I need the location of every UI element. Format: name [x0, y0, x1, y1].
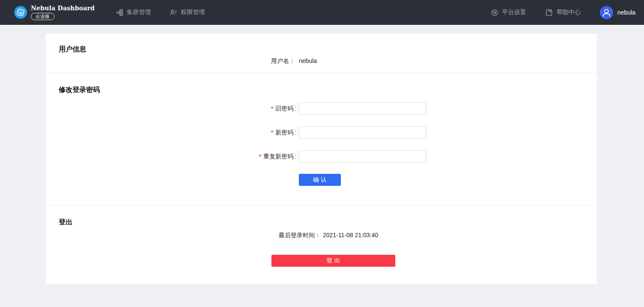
old-password-input[interactable]	[299, 102, 426, 115]
card-bottom-padding	[46, 267, 597, 284]
nav-item-label: 集群管理	[127, 9, 151, 16]
old-password-row: *旧密码 :	[46, 102, 597, 115]
header-link-label: 帮助中心	[557, 9, 581, 16]
edition-badge: 企业版	[31, 13, 54, 20]
permission-icon	[170, 9, 178, 16]
username-row: 用户名： nebula	[46, 57, 597, 65]
change-password-title: 修改登录密码	[59, 85, 597, 95]
last-login-value: 2021-11-08 21:03:40	[323, 231, 378, 239]
username-field-label: 用户名：	[46, 57, 295, 65]
header-link-label: 平台设置	[502, 9, 526, 16]
header-right: 平台设置 帮助中心 nebula	[491, 6, 635, 19]
nav-item-permission-management[interactable]: 权限管理	[170, 9, 205, 16]
platform-settings-link[interactable]: 平台设置	[491, 9, 526, 16]
user-info-title: 用户信息	[59, 45, 597, 54]
brand-title: Nebula Dashboard	[31, 5, 95, 12]
user-info-section: 用户信息 用户名： nebula	[46, 34, 597, 73]
new-password-input[interactable]	[299, 126, 426, 139]
logout-section: 登出 最后登录时间： 2021-11-08 21:03:40 登 出	[46, 206, 597, 284]
main-nav: 集群管理 权限管理	[116, 9, 224, 16]
platform-settings-icon	[491, 9, 498, 16]
brand-logo[interactable]: N Nebula Dashboard 企业版	[14, 5, 95, 20]
last-login-row: 最后登录时间： 2021-11-08 21:03:40	[46, 231, 597, 239]
repeat-password-label: *重复新密码 :	[46, 150, 297, 163]
svg-text:N: N	[19, 11, 22, 15]
repeat-password-row: *重复新密码 :	[46, 150, 597, 163]
help-center-link[interactable]: 帮助中心	[545, 9, 581, 16]
nav-item-cluster-management[interactable]: 集群管理	[116, 9, 151, 16]
top-navbar: N Nebula Dashboard 企业版 集群管理	[0, 0, 644, 25]
required-mark: *	[271, 105, 274, 112]
old-password-label: *旧密码 :	[46, 102, 297, 115]
cluster-icon	[116, 9, 123, 16]
username-field-value: nebula	[299, 57, 317, 65]
logout-button[interactable]: 登 出	[271, 255, 395, 267]
new-password-row: *新密码 :	[46, 126, 597, 139]
user-menu[interactable]: nebula	[600, 6, 635, 19]
logout-title: 登出	[59, 218, 597, 227]
nebula-logo-icon: N	[14, 6, 27, 19]
required-mark: *	[271, 129, 274, 136]
nav-item-label: 权限管理	[181, 9, 205, 16]
change-password-section: 修改登录密码 *旧密码 : *新密码 : *重复新密码 : 确 认	[46, 73, 597, 206]
new-password-label: *新密码 :	[46, 126, 297, 139]
confirm-button[interactable]: 确 认	[299, 174, 341, 186]
username-label: nebula	[617, 9, 635, 16]
account-settings-card: 用户信息 用户名： nebula 修改登录密码 *旧密码 : *新密码 : *重…	[46, 34, 597, 284]
help-center-icon	[545, 9, 553, 16]
last-login-label: 最后登录时间：	[46, 231, 321, 239]
user-avatar-icon	[600, 6, 613, 19]
repeat-password-input[interactable]	[299, 150, 426, 163]
required-mark: *	[259, 153, 262, 160]
